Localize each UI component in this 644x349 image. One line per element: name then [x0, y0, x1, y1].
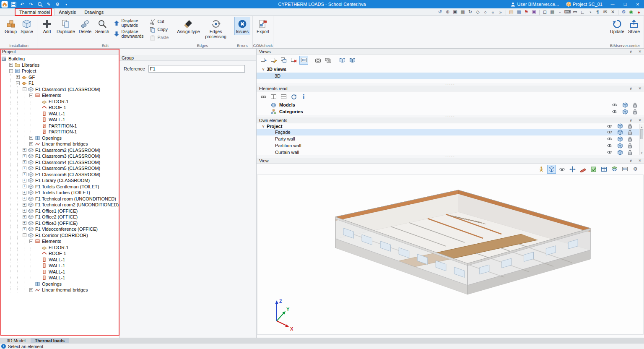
camera-multi-button[interactable]: [324, 56, 332, 65]
duplicate-button[interactable]: Duplicate: [55, 17, 77, 35]
tree-expander-icon[interactable]: +: [21, 148, 28, 152]
tree-node-building[interactable]: Building: [1, 56, 119, 62]
own-element-partition-wall[interactable]: Partition wall: [257, 142, 644, 149]
3d-views-group[interactable]: 3D views: [257, 66, 644, 73]
scrollbar[interactable]: [639, 124, 644, 155]
tree-node-wall-1[interactable]: WALL-1: [1, 257, 119, 263]
tree-node-f1-classroom2-classroom[interactable]: +F1 Classroom2 (CLASSROOM): [1, 147, 119, 154]
displace-upwards-button[interactable]: Displace upwards: [113, 18, 145, 28]
text-note-icon[interactable]: ¶: [594, 9, 601, 16]
tree-expander-icon[interactable]: +: [8, 63, 14, 67]
chevron-down-icon[interactable]: [627, 49, 634, 54]
tree-node-f1-toilets-ladies-toilet[interactable]: +F1 Toilets Ladies (TOILET): [1, 190, 119, 196]
snap-icon[interactable]: ▫: [556, 9, 564, 16]
tree-expander-icon[interactable]: +: [28, 288, 34, 292]
tree-node-wall-1[interactable]: WALL-1: [1, 263, 119, 269]
tree-expander-icon[interactable]: +: [14, 75, 21, 79]
tree-node-elements[interactable]: −Elements: [1, 92, 119, 99]
scroll-up-icon[interactable]: [641, 124, 643, 129]
tree-node-f1-technical-room-unconditioned[interactable]: +F1 Technical room (UNCONDITIONED): [1, 196, 119, 202]
scroll-down-icon[interactable]: [641, 150, 643, 155]
tree-node-roof-1[interactable]: ROOF-1: [1, 104, 119, 111]
measure-button[interactable]: [579, 165, 587, 174]
options-icon[interactable]: ⚙: [620, 9, 627, 16]
tree-expander-icon[interactable]: +: [21, 221, 28, 225]
close-icon[interactable]: [638, 118, 641, 122]
tree-node-f1-classroom5-classroom[interactable]: +F1 Classroom5 (CLASSROOM): [1, 165, 119, 172]
tree-node-wall-1[interactable]: WALL-1: [1, 269, 119, 275]
insert-image-icon[interactable]: ▤: [508, 9, 515, 16]
tree-node-wall-1[interactable]: WALL-1: [1, 275, 119, 281]
close-icon[interactable]: [638, 86, 641, 91]
maximize-button[interactable]: [619, 0, 631, 8]
own-element-curtain-wall[interactable]: Curtain wall: [257, 149, 644, 155]
tab-drawings[interactable]: Drawings: [80, 8, 108, 16]
tree-expander-icon[interactable]: −: [28, 94, 34, 97]
tree-node-f1-office1-office[interactable]: +F1 Office1 (OFFICE): [1, 208, 119, 214]
tree-node-wall-1[interactable]: WALL-1: [1, 117, 119, 123]
tree-expander-icon[interactable]: +: [21, 185, 28, 188]
regen-icon[interactable]: ↻: [467, 9, 474, 16]
tree-expander-icon[interactable]: +: [21, 172, 28, 176]
tree-expander-icon[interactable]: −: [21, 87, 28, 91]
copy-view-button[interactable]: [279, 56, 288, 65]
reference-input[interactable]: [148, 65, 245, 73]
zoom-all-icon[interactable]: ▦: [459, 9, 466, 16]
sync-button[interactable]: [289, 92, 298, 101]
message-icon[interactable]: ✉: [602, 9, 609, 16]
tree-node-f1-classroom3-classroom[interactable]: +F1 Classroom3 (CLASSROOM): [1, 153, 119, 159]
frame-icon[interactable]: ◻: [541, 9, 548, 16]
tree-node-floor-1[interactable]: FLOOR-1: [1, 245, 119, 251]
own-element-fa-ade[interactable]: Façade: [257, 129, 644, 135]
preview-button[interactable]: [621, 165, 629, 174]
own-elements-group-project[interactable]: Project: [257, 123, 644, 129]
tree-node-linear-thermal-bridges[interactable]: +Linear thermal bridges: [1, 287, 119, 293]
visibility-eye-icon[interactable]: [612, 103, 618, 107]
tree-node-openings[interactable]: +Openings: [1, 135, 119, 141]
map-light-button[interactable]: [338, 56, 347, 65]
visibility-eye-icon[interactable]: [607, 124, 613, 128]
search-button[interactable]: Search: [93, 17, 111, 35]
grid-icon[interactable]: ▦: [549, 9, 556, 16]
close-icon[interactable]: [638, 159, 641, 163]
tree-expander-icon[interactable]: +: [21, 197, 28, 201]
tree-expander-icon[interactable]: +: [21, 215, 28, 219]
save-icon[interactable]: [10, 1, 17, 8]
insert-dxf-icon[interactable]: ▦: [515, 9, 522, 16]
screen-icon[interactable]: ▭: [571, 9, 579, 16]
pan-icon[interactable]: ◇: [474, 9, 481, 16]
tree-expander-icon[interactable]: +: [21, 154, 28, 158]
tree-node-openings[interactable]: Openings: [1, 281, 119, 287]
lock-icon[interactable]: [628, 136, 632, 142]
tree-expander-icon[interactable]: +: [28, 136, 34, 140]
zoom-in-icon[interactable]: ⊕: [444, 9, 451, 16]
tree-node-partition-1[interactable]: PARTITION-1: [1, 123, 119, 129]
space-button[interactable]: Space: [19, 17, 35, 35]
add-view-button[interactable]: [259, 56, 268, 65]
visibility-eye-icon[interactable]: [607, 137, 613, 141]
zoom-window-icon[interactable]: ▣: [452, 9, 459, 16]
scroll-thumb[interactable]: [640, 129, 643, 139]
visibility-eye-icon[interactable]: [612, 109, 618, 114]
add-button[interactable]: Add: [39, 17, 55, 35]
bimserver-user-button[interactable]: User BIMserver.ce...: [507, 0, 563, 8]
redraw-icon[interactable]: ↺: [436, 9, 444, 16]
tree-node-libraries[interactable]: +Libraries: [1, 62, 119, 68]
lock-icon[interactable]: [628, 123, 632, 129]
tree-expander-icon[interactable]: +: [21, 209, 28, 213]
issues-button[interactable]: Issues: [234, 17, 250, 35]
chevron-down-icon[interactable]: [627, 118, 634, 122]
walk-person-button[interactable]: [537, 165, 545, 174]
model-cube-icon[interactable]: [618, 150, 623, 155]
flags-icon[interactable]: ⚑: [523, 9, 530, 16]
cols-button[interactable]: [269, 92, 278, 101]
tree-expander-icon[interactable]: +: [21, 160, 28, 164]
link-button[interactable]: [259, 92, 268, 101]
visibility-eye-icon[interactable]: [607, 143, 613, 148]
tree-node-partition-1[interactable]: PARTITION-1: [1, 129, 119, 135]
dropdown-icon[interactable]: ▾: [63, 1, 70, 8]
tree-node-f1-videoconference-office[interactable]: +F1 Videoconference (OFFICE): [1, 226, 119, 232]
lock-icon[interactable]: [633, 109, 637, 115]
model-cube-icon[interactable]: [623, 102, 628, 108]
previous-view-icon[interactable]: «: [489, 9, 496, 16]
